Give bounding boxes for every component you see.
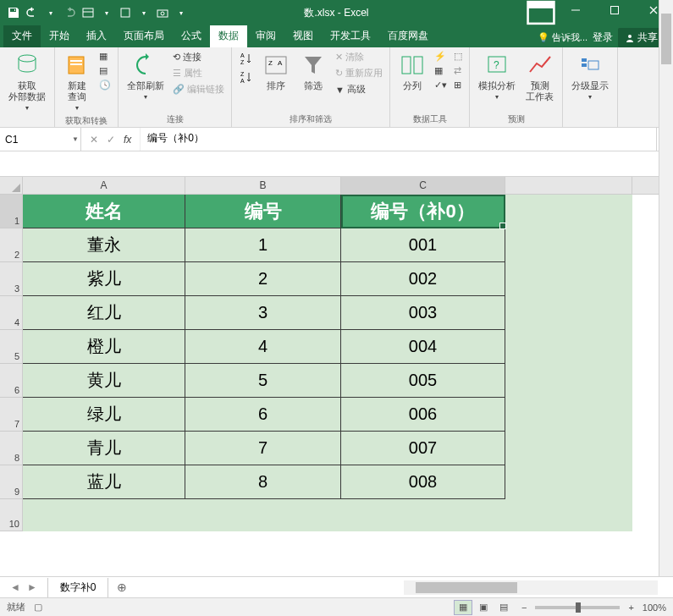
- view-pagebreak[interactable]: ▤: [494, 600, 513, 615]
- sort[interactable]: ZA 排序: [259, 50, 293, 93]
- row-header[interactable]: 1: [0, 195, 23, 228]
- row-header[interactable]: 3: [0, 262, 23, 296]
- cell[interactable]: 董永: [23, 228, 185, 262]
- view-normal[interactable]: ▦: [454, 600, 472, 615]
- col-header-A[interactable]: A: [23, 177, 185, 194]
- qat-btn-2[interactable]: [119, 6, 132, 19]
- cell[interactable]: 006: [341, 398, 505, 432]
- sheet-prev-icon[interactable]: ◄: [10, 581, 20, 593]
- row-header[interactable]: 8: [0, 432, 23, 465]
- cell[interactable]: 红儿: [23, 296, 185, 330]
- connections[interactable]: ⟲ 连接: [171, 50, 226, 64]
- cell[interactable]: 编号（补0）: [341, 195, 505, 228]
- row-header[interactable]: 2: [0, 228, 23, 262]
- cell[interactable]: [505, 398, 632, 432]
- new-query[interactable]: 新建 查询 ▾: [60, 50, 94, 114]
- sheet-next-icon[interactable]: ►: [27, 581, 37, 593]
- tab-formulas[interactable]: 公式: [173, 25, 210, 47]
- cell[interactable]: 001: [341, 228, 505, 262]
- cell[interactable]: 002: [341, 262, 505, 296]
- row-header[interactable]: 9: [0, 465, 23, 499]
- filter[interactable]: 筛选: [296, 50, 330, 93]
- zoom-level[interactable]: 100%: [643, 602, 666, 613]
- row-header[interactable]: 4: [0, 296, 23, 330]
- vertical-scrollbar[interactable]: [659, 0, 673, 616]
- from-table[interactable]: ▤: [97, 64, 113, 77]
- tab-file[interactable]: 文件: [3, 25, 41, 47]
- add-sheet-button[interactable]: ⊕: [108, 580, 135, 594]
- get-external-data[interactable]: 获取 外部数据 ▾: [5, 50, 49, 114]
- cell[interactable]: [23, 499, 185, 531]
- cell[interactable]: [185, 499, 341, 531]
- cell[interactable]: 紫儿: [23, 262, 185, 296]
- tab-review[interactable]: 审阅: [247, 25, 284, 47]
- cell[interactable]: 007: [341, 432, 505, 465]
- cancel-icon[interactable]: ✕: [90, 134, 98, 146]
- accept-icon[interactable]: ✓: [107, 134, 115, 146]
- tab-view[interactable]: 视图: [284, 25, 322, 47]
- cell[interactable]: [505, 330, 632, 364]
- cell[interactable]: [505, 364, 632, 398]
- col-header-D[interactable]: [505, 177, 632, 194]
- row-header[interactable]: 7: [0, 398, 23, 432]
- relationships[interactable]: ⇄: [452, 64, 464, 77]
- col-header-C[interactable]: C: [341, 177, 505, 194]
- cell[interactable]: 8: [185, 465, 341, 499]
- forecast-sheet[interactable]: 预测 工作表: [522, 50, 557, 104]
- cell[interactable]: 2: [185, 262, 341, 296]
- manage-model[interactable]: ⊞: [452, 79, 464, 91]
- zoom-slider[interactable]: [535, 606, 620, 609]
- name-box[interactable]: C1 ▼: [0, 128, 81, 151]
- tab-data[interactable]: 数据: [210, 25, 247, 47]
- cell[interactable]: 编号: [185, 195, 341, 228]
- cell[interactable]: [505, 296, 632, 330]
- sort-desc[interactable]: ZA: [237, 69, 256, 85]
- cell[interactable]: [505, 432, 632, 465]
- undo-more-icon[interactable]: ▾: [44, 6, 58, 19]
- signin[interactable]: 登录: [593, 30, 613, 45]
- cell[interactable]: [505, 499, 632, 531]
- undo-icon[interactable]: [25, 6, 39, 19]
- cell[interactable]: 绿儿: [23, 398, 185, 432]
- macro-record-icon[interactable]: ▢: [34, 602, 42, 613]
- cell[interactable]: [505, 228, 632, 262]
- qat-more-2[interactable]: ▾: [137, 6, 151, 19]
- ribbon-display-options[interactable]: [526, 0, 556, 28]
- tellme[interactable]: 💡 告诉我...: [538, 31, 587, 44]
- tab-insert[interactable]: 插入: [78, 25, 115, 47]
- tab-home[interactable]: 开始: [41, 25, 78, 47]
- qat-btn-1[interactable]: [81, 6, 95, 19]
- maximize-button[interactable]: [595, 0, 634, 23]
- cell[interactable]: 青儿: [23, 432, 185, 465]
- redo-icon[interactable]: [63, 6, 76, 19]
- fx-icon[interactable]: fx: [124, 134, 131, 146]
- flash-fill[interactable]: ⚡: [433, 50, 449, 63]
- whatif[interactable]: ? 模拟分析 ▾: [475, 50, 519, 103]
- cell[interactable]: 橙儿: [23, 330, 185, 364]
- cell[interactable]: [505, 465, 632, 499]
- refresh-all[interactable]: 全部刷新 ▾: [124, 50, 168, 103]
- zoom-in[interactable]: +: [628, 602, 633, 613]
- recent-sources[interactable]: 🕓: [97, 79, 113, 91]
- camera-icon[interactable]: [156, 6, 169, 19]
- zoom-out[interactable]: −: [521, 602, 527, 613]
- cell[interactable]: 4: [185, 330, 341, 364]
- sheet-tab[interactable]: 数字补0: [47, 578, 109, 598]
- view-pagelayout[interactable]: ▣: [474, 600, 493, 615]
- save-icon[interactable]: [7, 6, 20, 19]
- cell[interactable]: [505, 262, 632, 296]
- share-button[interactable]: 共享: [618, 28, 665, 47]
- cell[interactable]: 姓名: [23, 195, 185, 228]
- cell[interactable]: 1: [185, 228, 341, 262]
- horizontal-scrollbar[interactable]: [404, 580, 658, 595]
- tab-baidu[interactable]: 百度网盘: [379, 25, 437, 47]
- outline[interactable]: 分级显示 ▾: [568, 50, 612, 103]
- cell[interactable]: 005: [341, 364, 505, 398]
- cell[interactable]: 003: [341, 296, 505, 330]
- cell[interactable]: 008: [341, 465, 505, 499]
- formula-input[interactable]: 编号（补0）: [141, 128, 656, 151]
- select-all-corner[interactable]: [0, 177, 23, 194]
- tab-developer[interactable]: 开发工具: [322, 25, 379, 47]
- cell[interactable]: 黄儿: [23, 364, 185, 398]
- row-header[interactable]: 5: [0, 330, 23, 364]
